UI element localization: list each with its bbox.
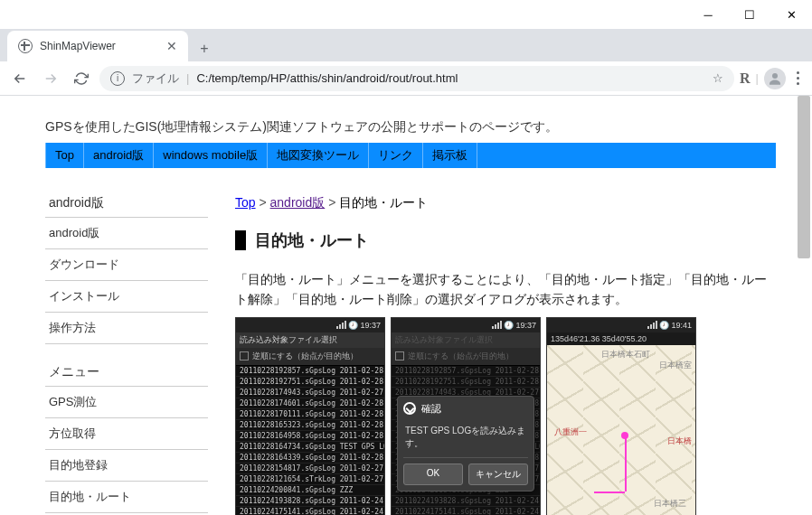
omnibox[interactable]: i ファイル | C:/temp/temp/HP/atthis/shin/and… — [99, 66, 734, 91]
site-info-icon[interactable]: i — [110, 71, 125, 86]
log-row: 20110228165323.sGpsLog 2011-02-28 16:50:… — [236, 420, 384, 431]
nav-mapconv[interactable]: 地図変換ツール — [268, 143, 369, 168]
side-item-gps[interactable]: GPS測位 — [45, 386, 208, 417]
log-row: 20110228192857.sGpsLog 2011-02-28 19:28:… — [236, 366, 384, 377]
nav-android[interactable]: android版 — [84, 143, 154, 168]
heading-marker — [235, 230, 246, 250]
tab-active[interactable]: ShinMapViewer ✕ — [7, 31, 188, 61]
nav-winmobile[interactable]: windows mobile版 — [154, 143, 268, 168]
side-item-route[interactable]: 目的地・ルート — [45, 481, 208, 512]
browser-menu-icon[interactable] — [791, 66, 805, 90]
vertical-scrollbar[interactable] — [798, 96, 810, 515]
nav-link[interactable]: リンク — [369, 143, 423, 168]
screenshot-row: 🕗19:37 読み込み対象ファイル選択 逆順にする（始点が目的地） 201102… — [235, 317, 776, 515]
side-item-bearing[interactable]: 方位取得 — [45, 417, 208, 449]
address-bar: i ファイル | C:/temp/temp/HP/atthis/shin/and… — [0, 61, 812, 96]
page-viewport: GPSを使用したGIS(地理情報システム)関連ソフトウェアの公開とサポートのペー… — [0, 96, 812, 515]
side-head-android: android版 — [45, 195, 208, 217]
crumb-current: 目的地・ルート — [339, 195, 428, 210]
back-button[interactable] — [7, 66, 33, 91]
side-item-android[interactable]: android版 — [45, 217, 208, 248]
extension-r-icon[interactable]: R — [740, 70, 751, 87]
log-row: 20110224175141.sGpsLog 2011-02-24 17:49:… — [236, 507, 384, 515]
crumb-top[interactable]: Top — [235, 195, 256, 210]
log-row: 20110228192751.sGpsLog 2011-02-28 18:01:… — [236, 377, 384, 388]
minimize-button[interactable]: ─ — [687, 0, 729, 29]
window-titlebar: ─ ☐ ✕ — [0, 0, 812, 29]
log-row: 20110224200841.sGpsLog ZZZ — [236, 485, 384, 496]
globe-icon — [18, 39, 33, 53]
top-nav: Top android版 windows mobile版 地図変換ツール リンク… — [45, 143, 776, 168]
nav-bbs[interactable]: 掲示板 — [423, 143, 477, 168]
confirm-dialog: 確認 TEST GPS LOGを読み込みます。 OK キャンセル — [397, 396, 534, 492]
dialog-ok-button[interactable]: OK — [403, 464, 463, 485]
main-content: Top > android版 > 目的地・ルート 目的地・ルート 「目的地・ルー… — [235, 195, 776, 515]
screenshot-map: 🕗19:41 135d46'21.36 35d40'55.20 日本橋本石町 日… — [546, 317, 696, 515]
log-row: 20110228164958.sGpsLog 2011-02-28 16:47:… — [236, 431, 384, 442]
svg-point-0 — [772, 73, 778, 79]
clock-icon: 🕗 — [348, 321, 358, 330]
dialog-cancel-button[interactable]: キャンセル — [468, 464, 528, 485]
nav-top[interactable]: Top — [45, 143, 84, 168]
reload-button[interactable] — [69, 66, 94, 91]
breadcrumb: Top > android版 > 目的地・ルート — [235, 195, 776, 211]
side-item-destreg[interactable]: 目的地登録 — [45, 449, 208, 481]
log-row: 20110228154817.sGpsLog 2011-02-27 15:46:… — [236, 464, 384, 474]
side-item-download[interactable]: ダウンロード — [45, 248, 208, 280]
log-row: 20110228170111.sGpsLog 2011-02-28 16:58:… — [236, 409, 384, 420]
checkbox-icon — [240, 351, 249, 360]
log-row: 20110228174601.sGpsLog 2011-02-28 17:45:… — [236, 398, 384, 409]
scrollbar-thumb[interactable] — [798, 96, 810, 258]
log-row: 20110228164339.sGpsLog 2011-02-28 16:41:… — [236, 453, 384, 464]
confirm-icon — [403, 402, 416, 415]
url-text: C:/temp/temp/HP/atthis/shin/android/rout… — [196, 71, 705, 85]
coordinates-readout: 135d46'21.36 35d40'55.20 — [547, 332, 695, 345]
profile-avatar[interactable] — [764, 68, 786, 89]
page-heading: 目的地・ルート — [235, 229, 776, 251]
screenshot-confirm-dialog: 🕗19:37 読み込み対象ファイル選択 逆順にする（始点が目的地） 201102… — [391, 317, 541, 515]
page-description: GPSを使用したGIS(地理情報システム)関連ソフトウェアの公開とサポートのペー… — [45, 119, 776, 136]
clock-icon: 🕗 — [659, 321, 669, 330]
tab-title: ShinMapViewer — [40, 40, 159, 52]
sidebar: android版 android版 ダウンロード インストール 操作方法 メニュ… — [45, 195, 208, 515]
log-row: 20110228174943.sGpsLog 2011-02-27 17:49:… — [236, 388, 384, 398]
side-item-manual[interactable]: 操作方法 — [45, 312, 208, 344]
intro-paragraph: 「目的地・ルート」メニューを選択することにより、「目的地・ルート指定」「目的地・… — [235, 269, 776, 310]
url-scheme: ファイル — [132, 70, 179, 87]
side-item-install[interactable]: インストール — [45, 280, 208, 312]
new-tab-button[interactable]: + — [192, 36, 217, 61]
bookmark-star-icon[interactable]: ☆ — [713, 71, 723, 85]
log-row: 20110228164734.sGpsLog TEST GPS LOG — [236, 442, 384, 453]
screenshot-file-list: 🕗19:37 読み込み対象ファイル選択 逆順にする（始点が目的地） 201102… — [235, 317, 385, 515]
maximize-button[interactable]: ☐ — [729, 0, 770, 29]
close-window-button[interactable]: ✕ — [770, 0, 812, 29]
close-tab-icon[interactable]: ✕ — [166, 39, 177, 53]
tab-bar: ShinMapViewer ✕ + — [0, 29, 812, 61]
log-row: 20110228121654.sTrkLog 2011-02-27 01:51:… — [236, 474, 384, 485]
side-head-menu: メニュー — [45, 364, 208, 386]
forward-button[interactable] — [38, 66, 63, 91]
crumb-android[interactable]: android版 — [270, 195, 326, 210]
log-row: 20110224193828.sGpsLog 2011-02-24 19:35:… — [236, 496, 384, 507]
